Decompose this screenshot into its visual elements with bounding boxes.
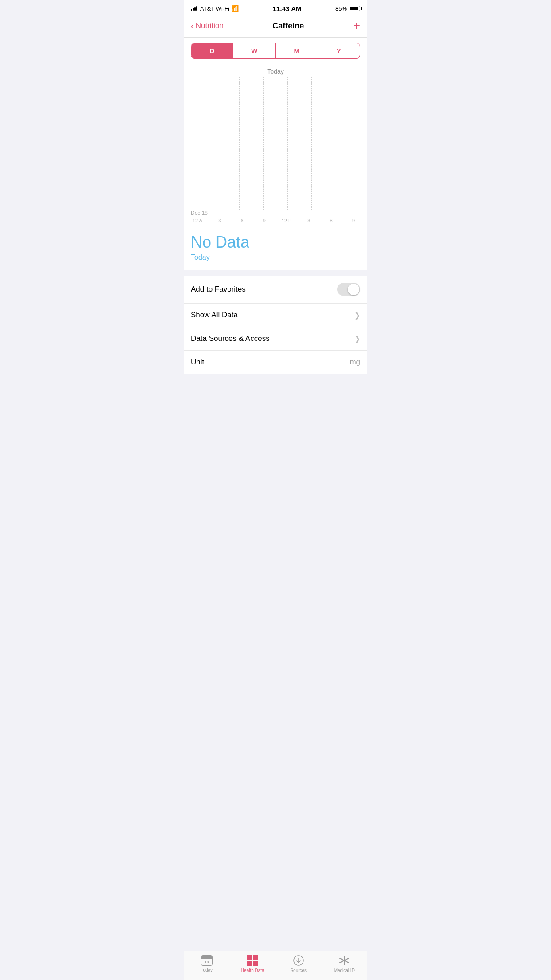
x-label-5: 3 xyxy=(302,218,315,223)
signal-bars-icon xyxy=(191,6,197,11)
grid-line-7 xyxy=(336,77,336,210)
segment-month[interactable]: M xyxy=(276,43,318,58)
back-chevron-icon: ‹ xyxy=(191,21,194,30)
x-label-3: 9 xyxy=(258,218,271,223)
show-all-data-chevron-icon: ❯ xyxy=(354,311,360,320)
segment-day[interactable]: D xyxy=(191,43,233,58)
no-data-text: No Data xyxy=(191,233,360,252)
chart-container: 12 A 3 6 9 12 P 3 6 9 Dec 18 xyxy=(184,77,367,228)
unit-value: mg xyxy=(350,358,360,367)
x-label-0: 12 A xyxy=(191,218,204,223)
page-title: Caffeine xyxy=(272,21,304,31)
segment-inner: D W M Y xyxy=(191,43,360,59)
grid-line-4 xyxy=(263,77,264,210)
x-label-6: 6 xyxy=(325,218,338,223)
no-data-date: Today xyxy=(191,253,360,261)
unit-label: Unit xyxy=(191,358,204,367)
show-all-data-label: Show All Data xyxy=(191,311,238,320)
chart-grid xyxy=(184,77,367,210)
chart-period-label: Today xyxy=(184,64,367,77)
grid-line-3 xyxy=(239,77,240,210)
x-label-4: 12 P xyxy=(280,218,293,223)
data-sources-label: Data Sources & Access xyxy=(191,334,270,343)
segment-control: D W M Y xyxy=(184,38,367,64)
show-all-data-row[interactable]: Show All Data ❯ xyxy=(184,304,367,327)
x-label-2: 6 xyxy=(236,218,249,223)
back-button[interactable]: ‹ Nutrition xyxy=(191,21,224,30)
status-right: 85% xyxy=(335,5,360,12)
segment-week[interactable]: W xyxy=(233,43,276,58)
grid-line-2 xyxy=(215,77,215,210)
chart-x-labels: 12 A 3 6 9 12 P 3 6 9 xyxy=(184,218,367,223)
status-time: 11:43 AM xyxy=(272,5,301,12)
battery-percent: 85% xyxy=(335,5,347,12)
add-to-favorites-label: Add to Favorites xyxy=(191,285,246,294)
wifi-icon: 📶 xyxy=(231,5,239,12)
status-left: AT&T Wi-Fi 📶 xyxy=(191,5,239,12)
data-sources-row[interactable]: Data Sources & Access ❯ xyxy=(184,327,367,351)
add-to-favorites-toggle[interactable] xyxy=(337,283,360,296)
carrier-label: AT&T Wi-Fi xyxy=(200,5,229,12)
status-bar: AT&T Wi-Fi 📶 11:43 AM 85% xyxy=(184,0,367,16)
no-data-section: No Data Today xyxy=(184,228,367,273)
unit-row: Unit mg xyxy=(184,351,367,374)
chart-date-label: Dec 18 xyxy=(191,210,208,216)
chart-section: Today 12 A 3 6 9 12 P 3 6 9 Dec 18 xyxy=(184,64,367,228)
add-button[interactable]: + xyxy=(353,20,360,32)
segment-year[interactable]: Y xyxy=(318,43,360,58)
toggle-knob xyxy=(348,284,359,295)
bottom-padding xyxy=(184,374,367,409)
data-sources-chevron-icon: ❯ xyxy=(354,335,360,343)
battery-icon xyxy=(350,6,360,11)
x-label-1: 3 xyxy=(213,218,226,223)
add-to-favorites-row: Add to Favorites xyxy=(184,276,367,304)
settings-section: Add to Favorites Show All Data ❯ Data So… xyxy=(184,276,367,374)
nav-bar: ‹ Nutrition Caffeine + xyxy=(184,16,367,38)
grid-line-6 xyxy=(311,77,312,210)
grid-line-5 xyxy=(287,77,288,210)
x-label-7: 9 xyxy=(347,218,360,223)
grid-line-8 xyxy=(360,77,360,210)
back-label: Nutrition xyxy=(196,21,224,30)
grid-line-1 xyxy=(191,77,191,210)
